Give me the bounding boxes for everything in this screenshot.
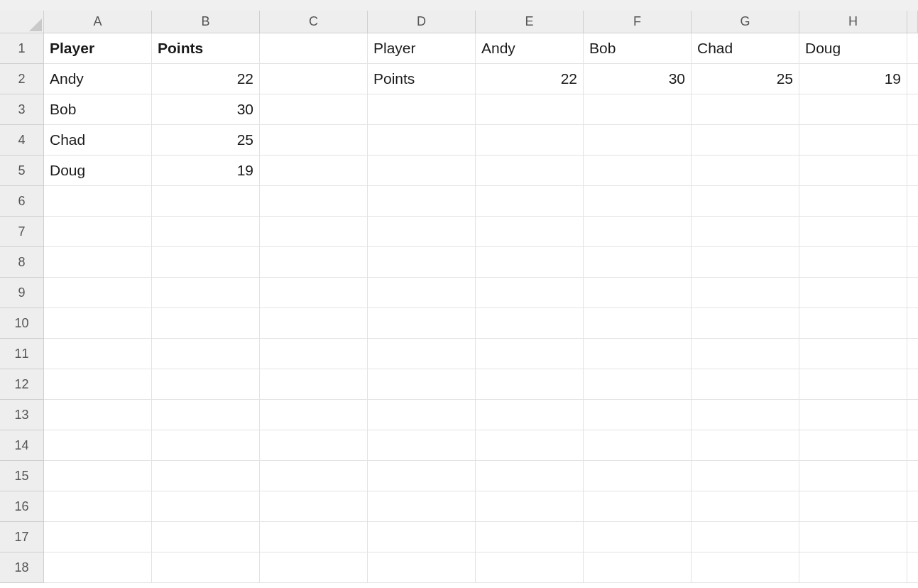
cell-B3[interactable]: 30 [152,94,260,125]
cell-G12[interactable] [692,369,799,400]
cell-G18[interactable] [692,552,799,583]
cell-F9[interactable] [584,278,692,308]
cell-D3[interactable] [368,94,476,125]
cell-A3[interactable]: Bob [44,94,152,125]
cell-H11[interactable] [799,339,907,369]
cell-G3[interactable] [692,94,799,125]
cell-B15[interactable] [152,461,260,491]
row-header-3[interactable]: 3 [0,94,44,125]
column-header-G[interactable]: G [692,11,799,33]
cell-D12[interactable] [368,369,476,400]
cell-C5[interactable] [260,156,368,186]
cell-C16[interactable] [260,491,368,522]
cell-D17[interactable] [368,522,476,552]
row-header-9[interactable]: 9 [0,278,44,308]
cell-G11[interactable] [692,339,799,369]
row-header-18[interactable]: 18 [0,552,44,583]
cell-C12[interactable] [260,369,368,400]
cell-F6[interactable] [584,186,692,217]
cell-F4[interactable] [584,125,692,156]
cell-C13[interactable] [260,400,368,430]
cell-G1[interactable]: Chad [692,33,799,64]
cell-D10[interactable] [368,308,476,339]
cell-E14[interactable] [476,430,584,461]
cell-G17[interactable] [692,522,799,552]
row-header-15[interactable]: 15 [0,461,44,491]
column-header-B[interactable]: B [152,11,260,33]
column-header-E[interactable]: E [476,11,584,33]
cell-D13[interactable] [368,400,476,430]
row-header-17[interactable]: 17 [0,522,44,552]
cell-A15[interactable] [44,461,152,491]
cell-H17[interactable] [799,522,907,552]
cell-F16[interactable] [584,491,692,522]
cell-C8[interactable] [260,247,368,278]
row-header-13[interactable]: 13 [0,400,44,430]
cell-G15[interactable] [692,461,799,491]
cell-D6[interactable] [368,186,476,217]
cell-C14[interactable] [260,430,368,461]
cell-C9[interactable] [260,278,368,308]
cell-G13[interactable] [692,400,799,430]
cell-B10[interactable] [152,308,260,339]
cell-F11[interactable] [584,339,692,369]
cell-D1[interactable]: Player [368,33,476,64]
cell-F10[interactable] [584,308,692,339]
row-header-12[interactable]: 12 [0,369,44,400]
cell-H8[interactable] [799,247,907,278]
cell-C6[interactable] [260,186,368,217]
cell-G2[interactable]: 25 [692,64,799,94]
row-header-10[interactable]: 10 [0,308,44,339]
column-header-A[interactable]: A [44,11,152,33]
cell-D5[interactable] [368,156,476,186]
cell-F2[interactable]: 30 [584,64,692,94]
cell-E1[interactable]: Andy [476,33,584,64]
cell-C17[interactable] [260,522,368,552]
cell-G5[interactable] [692,156,799,186]
select-all-corner[interactable] [0,11,44,33]
cell-B12[interactable] [152,369,260,400]
column-header-D[interactable]: D [368,11,476,33]
cell-A1[interactable]: Player [44,33,152,64]
cell-H4[interactable] [799,125,907,156]
cell-B4[interactable]: 25 [152,125,260,156]
cell-F18[interactable] [584,552,692,583]
cell-F14[interactable] [584,430,692,461]
cell-E16[interactable] [476,491,584,522]
cell-F5[interactable] [584,156,692,186]
cell-G9[interactable] [692,278,799,308]
row-header-1[interactable]: 1 [0,33,44,64]
cell-F13[interactable] [584,400,692,430]
cell-B16[interactable] [152,491,260,522]
cell-H3[interactable] [799,94,907,125]
cell-A8[interactable] [44,247,152,278]
row-header-4[interactable]: 4 [0,125,44,156]
cell-C4[interactable] [260,125,368,156]
cell-H12[interactable] [799,369,907,400]
cell-C2[interactable] [260,64,368,94]
cell-B13[interactable] [152,400,260,430]
cell-A9[interactable] [44,278,152,308]
cell-E17[interactable] [476,522,584,552]
cell-G8[interactable] [692,247,799,278]
cell-H18[interactable] [799,552,907,583]
cell-F1[interactable]: Bob [584,33,692,64]
cell-E18[interactable] [476,552,584,583]
cell-F12[interactable] [584,369,692,400]
cell-E2[interactable]: 22 [476,64,584,94]
cell-H13[interactable] [799,400,907,430]
row-header-6[interactable]: 6 [0,186,44,217]
cell-E9[interactable] [476,278,584,308]
cell-B18[interactable] [152,552,260,583]
cell-C10[interactable] [260,308,368,339]
cell-D8[interactable] [368,247,476,278]
cell-E5[interactable] [476,156,584,186]
cell-H7[interactable] [799,217,907,247]
cell-B8[interactable] [152,247,260,278]
row-header-16[interactable]: 16 [0,491,44,522]
cell-C1[interactable] [260,33,368,64]
cell-D14[interactable] [368,430,476,461]
cell-H6[interactable] [799,186,907,217]
cell-D7[interactable] [368,217,476,247]
cell-E15[interactable] [476,461,584,491]
